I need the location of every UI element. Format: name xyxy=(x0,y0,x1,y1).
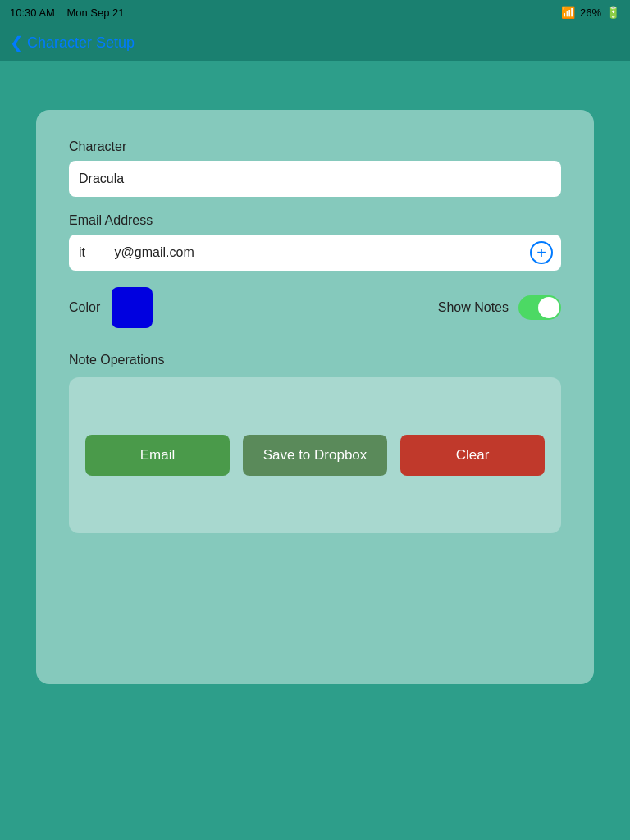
color-section: Color xyxy=(69,287,153,328)
color-swatch[interactable] xyxy=(112,287,153,328)
wifi-icon: 📶 xyxy=(561,6,575,19)
email-input[interactable] xyxy=(69,235,561,271)
back-chevron-icon: ❮ xyxy=(10,33,24,52)
character-input[interactable] xyxy=(69,161,561,197)
toggle-slider xyxy=(518,295,561,320)
email-input-wrapper: + xyxy=(69,235,561,271)
color-label: Color xyxy=(69,300,100,315)
status-bar: 10:30 AM Mon Sep 21 📶 26% 🔋 xyxy=(0,0,630,25)
email-button[interactable]: Email xyxy=(85,435,230,476)
save-to-dropbox-button[interactable]: Save to Dropbox xyxy=(243,435,387,476)
note-operations-section: Note Operations Email Save to Dropbox Cl… xyxy=(69,353,561,533)
note-ops-buttons: Email Save to Dropbox Clear xyxy=(85,435,545,476)
status-indicators: 📶 26% 🔋 xyxy=(561,6,620,19)
show-notes-toggle[interactable] xyxy=(518,295,561,320)
email-field-group: Email Address + xyxy=(69,213,561,271)
options-row: Color Show Notes xyxy=(69,287,561,328)
back-button-label: Character Setup xyxy=(27,34,135,52)
clear-button[interactable]: Clear xyxy=(400,435,545,476)
back-button[interactable]: ❮ Character Setup xyxy=(10,33,135,52)
character-label: Character xyxy=(69,139,561,154)
status-time-date: 10:30 AM Mon Sep 21 xyxy=(10,7,125,19)
note-ops-box: Email Save to Dropbox Clear xyxy=(69,377,561,533)
show-notes-section: Show Notes xyxy=(438,295,561,320)
main-background: Character Email Address + Color Show Not… xyxy=(0,61,630,840)
show-notes-label: Show Notes xyxy=(438,300,509,315)
status-date: Mon Sep 21 xyxy=(66,7,124,19)
battery-percentage: 26% xyxy=(580,7,601,19)
character-setup-card: Character Email Address + Color Show Not… xyxy=(36,110,594,684)
status-time: 10:30 AM xyxy=(10,7,55,19)
note-ops-label: Note Operations xyxy=(69,353,561,368)
nav-bar: ❮ Character Setup xyxy=(0,25,630,61)
character-field-group: Character xyxy=(69,139,561,197)
email-label: Email Address xyxy=(69,213,561,228)
battery-icon: 🔋 xyxy=(606,6,620,19)
add-email-button[interactable]: + xyxy=(530,241,553,264)
